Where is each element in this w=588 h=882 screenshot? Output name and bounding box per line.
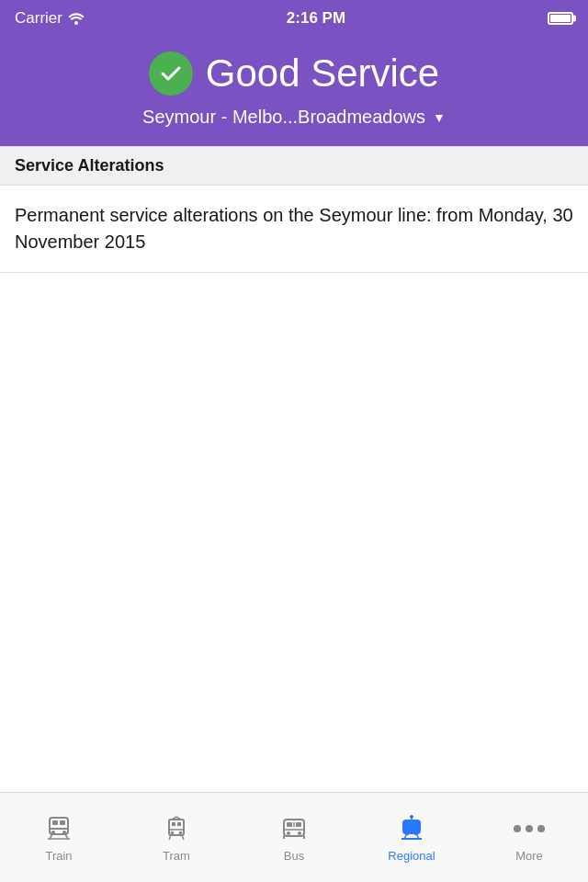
- route-selector[interactable]: Seymour - Melbo...Broadmeadows ▼: [142, 107, 446, 128]
- wifi-icon: [68, 12, 85, 25]
- content-area: Permanent service alterations on the Sey…: [0, 186, 588, 622]
- svg-point-15: [179, 831, 183, 835]
- svg-rect-3: [60, 820, 65, 825]
- svg-point-0: [74, 21, 78, 25]
- tab-bus-label: Bus: [284, 849, 304, 863]
- tab-bus[interactable]: Bus: [235, 793, 353, 882]
- svg-line-19: [182, 835, 184, 840]
- status-bar: Carrier 2:16 PM: [0, 0, 588, 37]
- tram-icon: [160, 812, 193, 845]
- route-label: Seymour - Melbo...Broadmeadows: [142, 107, 425, 128]
- svg-line-18: [169, 835, 171, 840]
- app-header: Good Service Seymour - Melbo...Broadmead…: [0, 37, 588, 146]
- tab-bar: Train Tram: [0, 792, 588, 882]
- carrier-text: Carrier: [15, 9, 85, 28]
- svg-point-34: [414, 831, 418, 835]
- status-check-icon: [149, 51, 193, 96]
- svg-point-25: [298, 831, 301, 835]
- tab-train-label: Train: [45, 849, 72, 863]
- svg-rect-30: [406, 823, 411, 827]
- section-title: Service Alterations: [15, 156, 164, 175]
- svg-rect-2: [52, 820, 58, 825]
- svg-point-5: [51, 831, 55, 834]
- time-display: 2:16 PM: [287, 9, 345, 28]
- tab-more-label: More: [515, 849, 543, 863]
- chevron-down-icon: ▼: [433, 110, 446, 125]
- svg-point-24: [287, 831, 290, 835]
- tab-regional-label: Regional: [388, 849, 435, 863]
- section-header-service-alterations: Service Alterations: [0, 146, 588, 186]
- svg-rect-12: [177, 822, 181, 826]
- empty-content-area: [0, 273, 588, 622]
- regional-train-icon: [395, 812, 428, 845]
- tab-train[interactable]: Train: [0, 793, 118, 882]
- svg-rect-11: [172, 822, 175, 826]
- tab-more[interactable]: More: [470, 793, 588, 882]
- svg-rect-22: [296, 822, 301, 827]
- tab-regional[interactable]: Regional: [353, 793, 470, 882]
- svg-rect-21: [287, 822, 292, 827]
- alteration-text-0: Permanent service alterations on the Sey…: [15, 205, 573, 252]
- alteration-item-0[interactable]: Permanent service alterations on the Sey…: [0, 186, 588, 273]
- more-icon: [514, 812, 545, 845]
- service-status-row: Good Service: [149, 51, 439, 96]
- svg-rect-31: [413, 823, 417, 827]
- svg-point-6: [62, 831, 66, 834]
- service-status-label: Good Service: [206, 51, 439, 96]
- bus-icon: [277, 812, 311, 845]
- train-icon: [42, 812, 75, 845]
- svg-point-33: [405, 831, 409, 835]
- svg-point-39: [411, 816, 413, 819]
- svg-point-14: [171, 831, 175, 835]
- tab-tram[interactable]: Tram: [118, 793, 235, 882]
- tab-tram-label: Tram: [163, 849, 190, 863]
- battery-indicator: [548, 12, 573, 25]
